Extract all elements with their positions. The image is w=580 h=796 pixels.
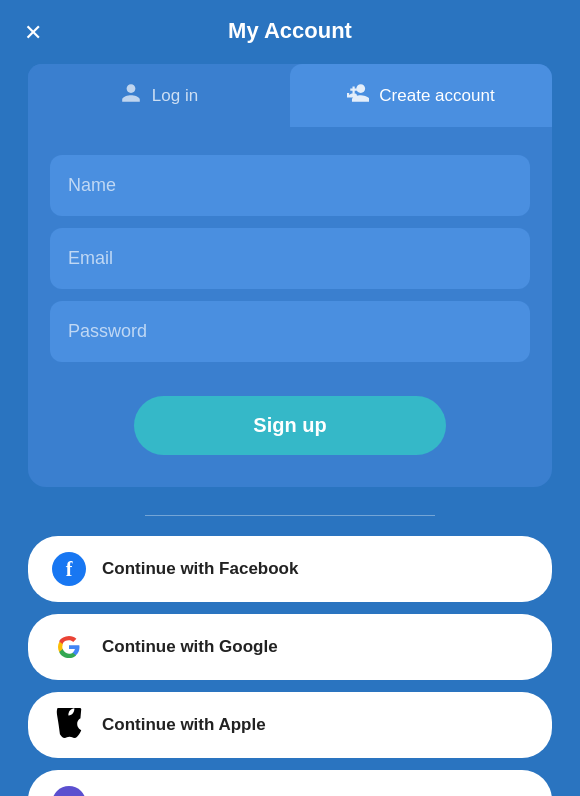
email-input[interactable] bbox=[50, 228, 530, 289]
apple-icon bbox=[55, 708, 83, 742]
password-input[interactable] bbox=[50, 301, 530, 362]
apple-button-label: Continue with Apple bbox=[102, 715, 266, 735]
page-title: My Account bbox=[228, 18, 352, 44]
tab-login[interactable]: Log in bbox=[28, 64, 290, 127]
enterprise-icon-wrapper bbox=[52, 786, 86, 796]
tab-bar: Log in Create account bbox=[28, 64, 552, 127]
facebook-login-button[interactable]: f Continue with Facebook bbox=[28, 536, 552, 602]
main-card: Sign up bbox=[28, 127, 552, 487]
login-icon bbox=[120, 82, 142, 109]
facebook-button-label: Continue with Facebook bbox=[102, 559, 298, 579]
enterprise-icon bbox=[52, 786, 86, 796]
google-login-button[interactable]: Continue with Google bbox=[28, 614, 552, 680]
social-buttons: f Continue with Facebook Continue with G… bbox=[28, 536, 552, 796]
create-account-icon bbox=[347, 82, 369, 109]
close-button[interactable]: ✕ bbox=[20, 18, 46, 48]
tab-create-account-label: Create account bbox=[379, 86, 494, 106]
enterprise-login-button[interactable]: Enterprise and Schools bbox=[28, 770, 552, 796]
google-button-label: Continue with Google bbox=[102, 637, 278, 657]
name-input[interactable] bbox=[50, 155, 530, 216]
tab-create-account[interactable]: Create account bbox=[290, 64, 552, 127]
tab-login-label: Log in bbox=[152, 86, 198, 106]
apple-icon-wrapper bbox=[52, 708, 86, 742]
google-icon-wrapper bbox=[52, 630, 86, 664]
facebook-icon: f bbox=[52, 552, 86, 586]
signup-button[interactable]: Sign up bbox=[134, 396, 446, 455]
facebook-icon-wrapper: f bbox=[52, 552, 86, 586]
divider bbox=[145, 515, 435, 516]
apple-login-button[interactable]: Continue with Apple bbox=[28, 692, 552, 758]
google-icon bbox=[52, 630, 86, 664]
header: ✕ My Account bbox=[0, 0, 580, 56]
